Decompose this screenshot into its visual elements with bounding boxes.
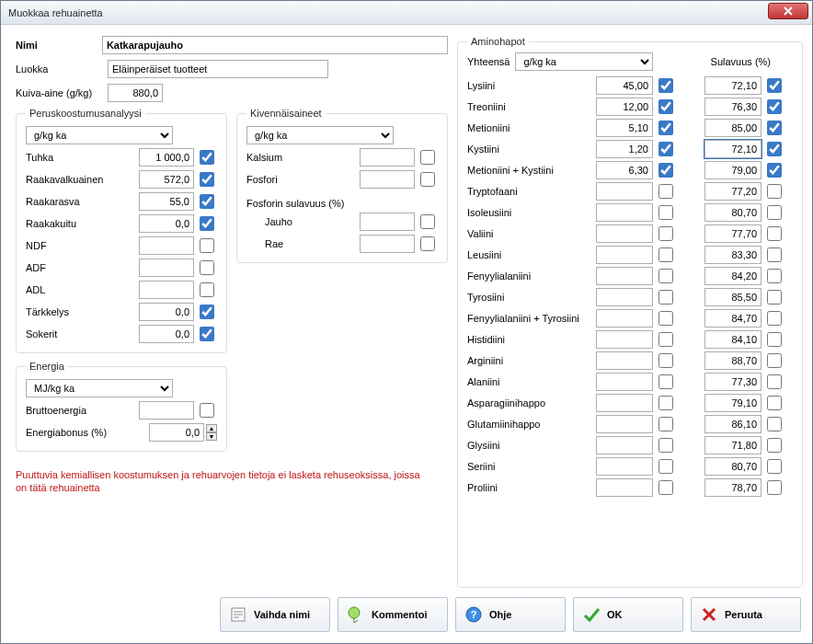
amino-digest-field[interactable] [704, 267, 761, 285]
amino-digest-field[interactable] [704, 246, 761, 264]
amino-digest-checkbox[interactable] [767, 290, 782, 305]
amino-digest-checkbox[interactable] [767, 121, 782, 135]
basic-checkbox[interactable] [200, 260, 214, 275]
amino-digest-checkbox[interactable] [767, 269, 782, 283]
mineral-checkbox[interactable] [420, 172, 435, 187]
ok-button[interactable]: OK [573, 597, 683, 632]
amino-value-checkbox[interactable] [658, 121, 673, 135]
amino-value-checkbox[interactable] [658, 311, 673, 326]
amino-value-checkbox[interactable] [658, 353, 673, 368]
basic-field[interactable] [139, 170, 194, 189]
amino-value-checkbox[interactable] [658, 78, 673, 93]
cancel-button[interactable]: Peruuta [691, 597, 801, 632]
energy-checkbox[interactable] [200, 403, 214, 418]
amino-digest-field[interactable] [704, 98, 761, 116]
amino-digest-checkbox[interactable] [767, 163, 782, 178]
amino-digest-field[interactable] [704, 288, 761, 306]
help-button[interactable]: ? Ohje [455, 597, 566, 632]
amino-value-field[interactable] [596, 288, 653, 306]
energy-bonus-field[interactable] [149, 423, 204, 442]
amino-value-field[interactable] [596, 457, 653, 476]
amino-value-checkbox[interactable] [658, 184, 673, 199]
basic-checkbox[interactable] [200, 172, 214, 187]
amino-value-checkbox[interactable] [658, 269, 673, 283]
basic-checkbox[interactable] [200, 216, 214, 231]
amino-digest-field[interactable] [704, 373, 761, 391]
basic-checkbox[interactable] [200, 238, 214, 253]
amino-value-checkbox[interactable] [658, 163, 673, 178]
amino-digest-checkbox[interactable] [767, 332, 782, 347]
amino-digest-checkbox[interactable] [767, 205, 782, 220]
energy-unit-select[interactable]: MJ/kg ka [26, 379, 173, 397]
phos-field[interactable] [360, 235, 415, 253]
amino-value-field[interactable] [596, 478, 653, 497]
amino-value-checkbox[interactable] [658, 438, 673, 453]
amino-digest-checkbox[interactable] [767, 417, 782, 431]
amino-value-field[interactable] [596, 203, 653, 222]
amino-digest-field[interactable] [704, 76, 761, 95]
amino-digest-checkbox[interactable] [767, 184, 782, 199]
amino-value-checkbox[interactable] [658, 374, 673, 389]
basic-checkbox[interactable] [200, 150, 214, 165]
amino-digest-checkbox[interactable] [767, 374, 782, 389]
energy-field[interactable] [139, 401, 194, 420]
amino-digest-field[interactable] [704, 415, 761, 433]
amino-digest-field[interactable] [704, 203, 761, 222]
basic-field[interactable] [139, 192, 194, 211]
amino-digest-field[interactable] [704, 394, 761, 412]
amino-digest-checkbox[interactable] [767, 247, 782, 262]
amino-value-field[interactable] [596, 161, 653, 179]
amino-digest-field[interactable] [704, 119, 761, 137]
amino-digest-field[interactable] [704, 436, 761, 454]
close-button[interactable] [768, 3, 808, 19]
amino-value-field[interactable] [596, 98, 653, 116]
spinner[interactable]: ▲▼ [206, 424, 217, 441]
amino-value-checkbox[interactable] [658, 99, 673, 114]
basic-checkbox[interactable] [200, 282, 214, 297]
amino-value-checkbox[interactable] [658, 247, 673, 262]
rename-button[interactable]: Vaihda nimi [220, 597, 330, 632]
amino-value-field[interactable] [596, 119, 653, 137]
amino-value-checkbox[interactable] [658, 480, 673, 495]
basic-field[interactable] [139, 214, 194, 233]
phos-checkbox[interactable] [420, 236, 435, 251]
amino-digest-field[interactable] [704, 224, 761, 243]
amino-value-checkbox[interactable] [658, 332, 673, 347]
amino-value-field[interactable] [596, 309, 653, 328]
amino-value-field[interactable] [596, 373, 653, 391]
amino-value-checkbox[interactable] [658, 226, 673, 241]
basic-checkbox[interactable] [200, 194, 214, 209]
amino-digest-field[interactable] [704, 309, 761, 328]
amino-digest-checkbox[interactable] [767, 78, 782, 93]
amino-digest-checkbox[interactable] [767, 396, 782, 410]
amino-value-field[interactable] [596, 267, 653, 285]
amino-digest-checkbox[interactable] [767, 142, 782, 156]
amino-digest-checkbox[interactable] [767, 353, 782, 368]
amino-value-checkbox[interactable] [658, 459, 673, 474]
amino-digest-checkbox[interactable] [767, 226, 782, 241]
amino-digest-field[interactable] [704, 478, 761, 497]
basic-field[interactable] [139, 281, 194, 299]
amino-value-field[interactable] [596, 224, 653, 243]
mineral-field[interactable] [360, 170, 415, 189]
phos-checkbox[interactable] [420, 214, 435, 229]
amino-unit-select[interactable]: g/kg ka [515, 52, 653, 71]
basic-field[interactable] [139, 259, 194, 277]
amino-value-field[interactable] [596, 394, 653, 412]
amino-digest-field[interactable] [704, 330, 761, 349]
amino-digest-checkbox[interactable] [767, 99, 782, 114]
comment-button[interactable]: Kommentoi [338, 597, 448, 632]
basic-unit-select[interactable]: g/kg ka [26, 126, 173, 144]
class-field[interactable] [108, 60, 328, 78]
amino-value-checkbox[interactable] [658, 290, 673, 305]
basic-checkbox[interactable] [200, 305, 214, 319]
basic-field[interactable] [139, 325, 194, 343]
amino-value-field[interactable] [596, 436, 653, 454]
amino-digest-field[interactable] [704, 351, 761, 370]
amino-digest-field[interactable] [704, 457, 761, 476]
amino-digest-field[interactable] [704, 182, 761, 201]
amino-digest-checkbox[interactable] [767, 438, 782, 453]
amino-value-field[interactable] [596, 76, 653, 95]
amino-value-checkbox[interactable] [658, 396, 673, 410]
name-field[interactable] [102, 36, 448, 54]
